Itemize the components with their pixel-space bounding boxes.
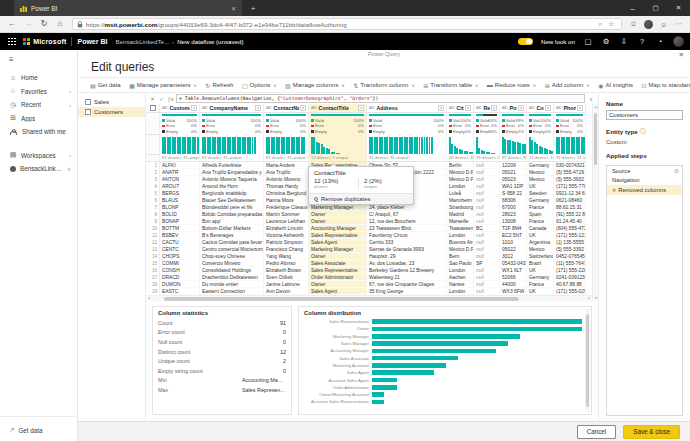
cell-phone[interactable]: (91) 555 22 82: [554, 211, 586, 218]
cell-contactname[interactable]: Elizabeth Brown: [264, 267, 309, 274]
cell-city[interactable]: Strasbourg: [447, 204, 474, 211]
cell-country[interactable]: UK: [527, 267, 554, 274]
ribbon-button-manage-parameters[interactable]: ▦Manage parameters∨: [129, 82, 197, 89]
ribbon-button-add-column[interactable]: ⊞Add column∨: [545, 82, 590, 89]
cell-city[interactable]: Aachen: [447, 274, 474, 281]
cell-city[interactable]: México D.F.: [447, 176, 474, 183]
cell-city[interactable]: London: [447, 288, 474, 295]
cell-region[interactable]: null: [474, 183, 500, 190]
cell-region[interactable]: null: [474, 197, 500, 204]
cell-contacttitle[interactable]: Order Administrator: [309, 274, 367, 281]
cell-companyname[interactable]: Bon app': [200, 218, 264, 225]
cell-contacttitle[interactable]: Owner: [309, 218, 367, 225]
cell-customerid[interactable]: BONAP: [160, 218, 200, 225]
cell-customerid[interactable]: CHOPS: [160, 253, 200, 260]
cell-country[interactable]: Brazil: [527, 260, 554, 267]
cell-contacttitle[interactable]: Marketing Manager: [309, 204, 367, 211]
delete-step-icon[interactable]: ✕: [612, 187, 616, 193]
vertical-scroll-thumb[interactable]: [594, 113, 597, 165]
filter-icon[interactable]: ∨: [465, 105, 471, 111]
cell-postalcode[interactable]: 1010: [500, 239, 527, 246]
name-input[interactable]: [606, 110, 683, 120]
applied-step-removed-columns[interactable]: ✕Removed columns: [607, 185, 682, 195]
cell-city[interactable]: Sao Paulo: [447, 260, 474, 267]
cell-country[interactable]: Switzerland: [527, 253, 554, 260]
applied-step-source[interactable]: Source⚙: [607, 166, 682, 176]
cell-companyname[interactable]: Drachenblut Delikatessen: [200, 274, 264, 281]
filter-icon[interactable]: ∨: [300, 105, 306, 111]
ribbon-button-get-data[interactable]: ▤Get data: [90, 82, 121, 89]
cell-contactname[interactable]: Pedro Afonso: [264, 260, 309, 267]
filter-icon[interactable]: ∨: [518, 105, 524, 111]
cell-phone[interactable]: (5) 555-4729: [554, 169, 586, 176]
cell-country[interactable]: UK: [527, 183, 554, 190]
cell-contactname[interactable]: Thomas Hardy: [264, 183, 309, 190]
cell-phone[interactable]: (171) 555-2282: [554, 267, 586, 274]
step-settings-gear-icon[interactable]: ⚙: [674, 168, 679, 174]
powerbi-wordmark[interactable]: Power BI: [77, 38, 107, 45]
cell-postalcode[interactable]: WX3 6FW: [500, 288, 527, 295]
breadcrumb-workspace[interactable]: BensackLinkedTe...: [115, 38, 169, 45]
cell-contactname[interactable]: Antonio Moreno: [264, 176, 309, 183]
cell-companyname[interactable]: Blondesddsl père et fils: [200, 204, 264, 211]
formula-expand-icon[interactable]: ∨: [587, 96, 595, 102]
cell-companyname[interactable]: Chop-suey Chinese: [200, 253, 264, 260]
address-bar[interactable]: https://msit.powerbi.com/groups/44033e69…: [72, 18, 622, 30]
cell-companyname[interactable]: B's Beverages: [200, 232, 264, 239]
cell-contactname[interactable]: Maria Anders: [264, 162, 309, 169]
cell-address[interactable]: 35 King George: [367, 288, 447, 295]
cell-country[interactable]: Mexico: [527, 246, 554, 253]
new-look-toggle[interactable]: [518, 38, 533, 46]
cell-contactname[interactable]: Janine Labrune: [264, 281, 309, 288]
cell-contactname[interactable]: Ann Devon: [264, 288, 309, 295]
cell-city[interactable]: México D.F.: [447, 169, 474, 176]
cell-phone[interactable]: 88.60.15.31: [554, 204, 586, 211]
cell-address[interactable]: Hauptstr. 29: [367, 253, 447, 260]
cell-address[interactable]: Av. dos Lusíadas, 23: [367, 260, 447, 267]
cancel-button[interactable]: Cancel: [577, 425, 617, 439]
cell-city[interactable]: London: [447, 183, 474, 190]
cell-contactname[interactable]: Hanna Moos: [264, 197, 309, 204]
cell-contacttitle[interactable]: Sales Agent: [309, 288, 367, 295]
cell-address[interactable]: 23 Tsawassen Blvd.: [367, 225, 447, 232]
ribbon-button-refresh[interactable]: ↻Refresh: [205, 82, 233, 89]
entity-info-icon[interactable]: ⓘ: [640, 127, 646, 136]
cell-city[interactable]: Mannheim: [447, 197, 474, 204]
cell-customerid[interactable]: CACTU: [160, 239, 200, 246]
feedback-smiley-icon[interactable]: ☺: [656, 21, 671, 28]
cell-postalcode[interactable]: WX1 6LT: [500, 267, 527, 274]
cell-region[interactable]: null: [474, 253, 500, 260]
sidebar-hamburger-icon[interactable]: ≡: [9, 55, 77, 64]
cell-country[interactable]: Sweden: [527, 190, 554, 197]
cell-contacttitle[interactable]: Accounting Manager: [309, 225, 367, 232]
cell-customerid[interactable]: EASTC: [160, 288, 200, 295]
cell-customerid[interactable]: ANATR: [160, 169, 200, 176]
cell-city[interactable]: Buenos Aires: [447, 239, 474, 246]
column-header-postalcode[interactable]: ABCPostalCode∨: [500, 104, 527, 113]
cell-companyname[interactable]: Alfreds Futterkiste: [200, 162, 264, 169]
cell-city[interactable]: London: [447, 267, 474, 274]
user-avatar[interactable]: [673, 36, 684, 47]
ribbon-button-transform-column[interactable]: ⇅Transform column∨: [353, 82, 414, 89]
cell-phone[interactable]: (604) 555-4729: [554, 225, 586, 232]
column-header-region[interactable]: ABCRegion∨: [474, 104, 500, 113]
cell-address[interactable]: Berkeley Gardens 12 Brewery: [367, 267, 447, 274]
cell-address[interactable]: Walserweg 21: [367, 274, 447, 281]
back-button[interactable]: ←: [4, 16, 20, 32]
cell-postalcode[interactable]: S-958 22: [500, 190, 527, 197]
maximize-button[interactable]: ▢: [644, 0, 667, 16]
cell-postalcode[interactable]: 12209: [500, 162, 527, 169]
cell-postalcode[interactable]: EC2 5NT: [500, 232, 527, 239]
sidebar-item-favorites[interactable]: ☆Favorites›: [0, 85, 77, 99]
cell-companyname[interactable]: Blauer See Delikatessen: [200, 197, 264, 204]
cell-customerid[interactable]: BOLID: [160, 211, 200, 218]
cell-companyname[interactable]: Around the Horn: [200, 183, 264, 190]
column-header-address[interactable]: ABCAddress∨: [367, 104, 447, 113]
cell-customerid[interactable]: AROUT: [160, 183, 200, 190]
cell-postalcode[interactable]: WA1 1DP: [500, 183, 527, 190]
cell-country[interactable]: UK: [527, 288, 554, 295]
cell-country[interactable]: Mexico: [527, 169, 554, 176]
cell-region[interactable]: null: [474, 232, 500, 239]
browser-profile-avatar[interactable]: [644, 20, 653, 29]
waffle-menu-icon[interactable]: [8, 38, 16, 46]
